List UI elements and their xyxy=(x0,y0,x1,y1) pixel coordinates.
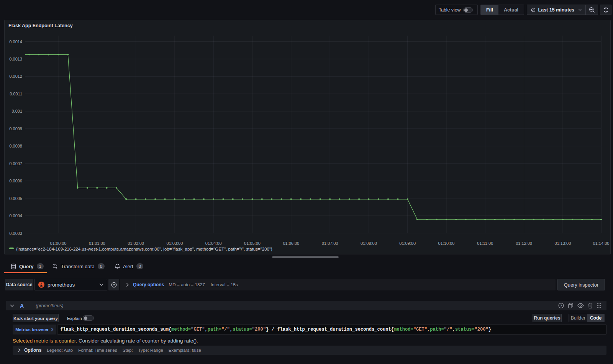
svg-text:0.0012: 0.0012 xyxy=(9,74,22,79)
svg-text:01:02:00: 01:02:00 xyxy=(128,241,144,246)
svg-text:?: ? xyxy=(113,283,115,287)
svg-text:01:06:00: 01:06:00 xyxy=(283,241,299,246)
svg-text:01:08:00: 01:08:00 xyxy=(361,241,377,246)
svg-text:{instance="ec2-184-169-216-224: {instance="ec2-184-169-216-224.us-west-1… xyxy=(16,247,272,251)
svg-text:0.0009: 0.0009 xyxy=(9,126,22,131)
svg-text:0.0005: 0.0005 xyxy=(9,196,22,201)
svg-text:0.0004: 0.0004 xyxy=(9,213,22,218)
svg-text:01:00:00: 01:00:00 xyxy=(50,241,67,246)
svg-text:01:14:00: 01:14:00 xyxy=(593,241,610,246)
svg-text:0.0008: 0.0008 xyxy=(9,144,22,148)
svg-text:01:07:00: 01:07:00 xyxy=(322,241,338,246)
svg-text:?: ? xyxy=(560,304,562,308)
svg-text:0.0011: 0.0011 xyxy=(10,92,22,96)
svg-text:01:11:00: 01:11:00 xyxy=(477,241,493,246)
svg-text:01:03:00: 01:03:00 xyxy=(166,241,183,246)
svg-text:01:09:00: 01:09:00 xyxy=(399,241,416,246)
svg-text:0.0014: 0.0014 xyxy=(9,39,22,44)
svg-text:01:04:00: 01:04:00 xyxy=(205,241,222,246)
svg-text:0.0013: 0.0013 xyxy=(9,57,22,61)
svg-text:0.0006: 0.0006 xyxy=(9,179,22,183)
svg-text:01:05:00: 01:05:00 xyxy=(244,241,261,246)
svg-text:01:01:00: 01:01:00 xyxy=(89,241,105,246)
svg-text:01:12:00: 01:12:00 xyxy=(516,241,532,246)
svg-text:0.0007: 0.0007 xyxy=(9,161,22,166)
svg-text:0.0003: 0.0003 xyxy=(9,231,22,236)
svg-text:01:13:00: 01:13:00 xyxy=(554,241,571,246)
svg-text:0.001: 0.001 xyxy=(11,109,22,113)
svg-text:01:10:00: 01:10:00 xyxy=(438,241,455,246)
